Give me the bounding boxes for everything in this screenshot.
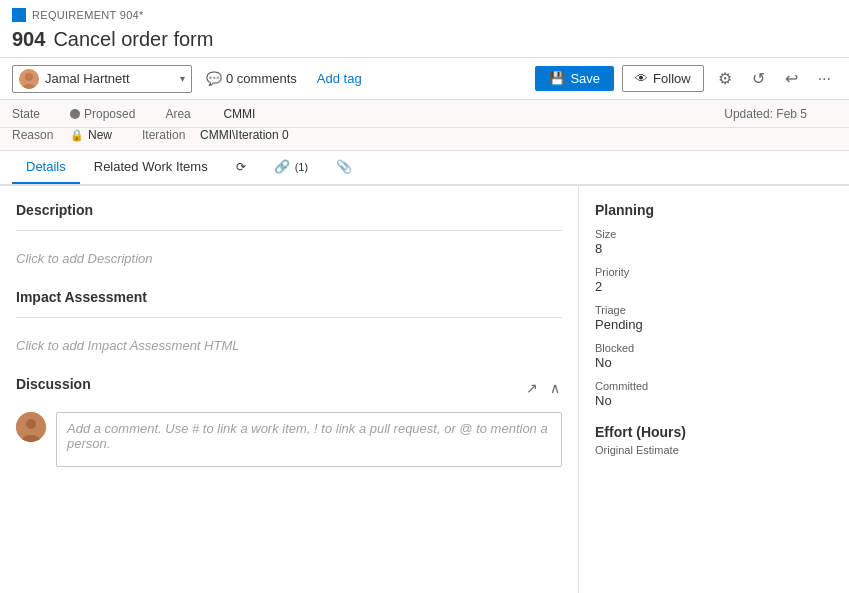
updated-text: Updated: Feb 5 xyxy=(724,107,807,121)
comment-icon: 💬 xyxy=(206,71,222,86)
toolbar: Jamal Hartnett ▾ 💬 0 comments Add tag 💾 … xyxy=(0,58,849,100)
iteration-value[interactable]: CMMI\Iteration 0 xyxy=(200,128,289,142)
follow-button[interactable]: 👁 Follow xyxy=(622,65,704,92)
priority-field: Priority 2 xyxy=(595,266,833,294)
area-value[interactable]: CMMI xyxy=(223,107,255,121)
collapse-discussion-button[interactable]: ∧ xyxy=(548,378,562,398)
tabs: Details Related Work Items ⟳ 🔗 (1) 📎 xyxy=(0,151,849,185)
impact-input[interactable]: Click to add Impact Assessment HTML xyxy=(16,330,562,361)
size-value[interactable]: 8 xyxy=(595,241,833,256)
committed-value[interactable]: No xyxy=(595,393,833,408)
work-item-id: 904 xyxy=(12,28,45,51)
blocked-field: Blocked No xyxy=(595,342,833,370)
state-label: State xyxy=(12,107,62,121)
save-icon: 💾 xyxy=(549,71,565,86)
work-item-title: Cancel order form xyxy=(53,28,213,51)
requirement-icon xyxy=(12,8,26,22)
save-button[interactable]: 💾 Save xyxy=(535,66,614,91)
triage-label: Triage xyxy=(595,304,833,316)
history-icon: ⟳ xyxy=(236,160,246,174)
priority-label: Priority xyxy=(595,266,833,278)
discussion-title: Discussion xyxy=(16,376,91,392)
tab-details[interactable]: Details xyxy=(12,151,80,184)
more-options-button[interactable]: ··· xyxy=(812,65,837,93)
reason-field: Reason 🔒 New xyxy=(12,128,112,142)
committed-label: Committed xyxy=(595,380,833,392)
size-label: Size xyxy=(595,228,833,240)
breadcrumb: REQUIREMENT 904* xyxy=(32,9,144,21)
comment-input-area: Add a comment. Use # to link a work item… xyxy=(16,412,562,467)
lock-icon: 🔒 xyxy=(70,129,84,142)
meta-bar-2: Reason 🔒 New Iteration CMMI\Iteration 0 xyxy=(0,128,849,151)
triage-value[interactable]: Pending xyxy=(595,317,833,332)
discussion-header: Discussion ↗ ∧ xyxy=(16,376,562,400)
title-row: 904 Cancel order form xyxy=(12,24,837,57)
impact-section: Impact Assessment Click to add Impact As… xyxy=(16,289,562,361)
tab-attachments[interactable]: 📎 xyxy=(322,151,366,184)
iteration-field: Iteration CMMI\Iteration 0 xyxy=(142,128,289,142)
right-panel: Planning Size 8 Priority 2 Triage Pendin… xyxy=(579,186,849,593)
discussion-actions: ↗ ∧ xyxy=(524,378,562,398)
expand-discussion-button[interactable]: ↗ xyxy=(524,378,540,398)
user-avatar xyxy=(16,412,46,442)
triage-field: Triage Pending xyxy=(595,304,833,332)
refresh-button[interactable]: ↺ xyxy=(746,64,771,93)
left-panel: Description Click to add Description Imp… xyxy=(0,186,579,593)
state-dot-icon xyxy=(70,109,80,119)
state-value[interactable]: Proposed xyxy=(70,107,135,121)
assignee-name: Jamal Hartnett xyxy=(45,71,174,86)
area-label: Area xyxy=(165,107,215,121)
top-bar: REQUIREMENT 904* 904 Cancel order form xyxy=(0,0,849,58)
avatar xyxy=(19,69,39,89)
blocked-label: Blocked xyxy=(595,342,833,354)
size-field: Size 8 xyxy=(595,228,833,256)
tab-history[interactable]: ⟳ xyxy=(222,151,260,184)
iteration-label: Iteration xyxy=(142,128,192,142)
link-icon: 🔗 xyxy=(274,159,290,174)
reason-value[interactable]: 🔒 New xyxy=(70,128,112,142)
svg-point-1 xyxy=(25,73,33,81)
comment-input[interactable]: Add a comment. Use # to link a work item… xyxy=(56,412,562,467)
discussion-section: Discussion ↗ ∧ Add a comment. Use # to l… xyxy=(16,376,562,467)
priority-value[interactable]: 2 xyxy=(595,279,833,294)
breadcrumb-row: REQUIREMENT 904* xyxy=(12,4,837,24)
content-area: Description Click to add Description Imp… xyxy=(0,186,849,593)
effort-title: Effort (Hours) xyxy=(595,424,833,440)
eye-icon: 👁 xyxy=(635,71,648,86)
add-tag-button[interactable]: Add tag xyxy=(311,68,368,89)
planning-title: Planning xyxy=(595,202,833,218)
comments-count: 0 comments xyxy=(226,71,297,86)
svg-point-4 xyxy=(26,419,36,429)
committed-field: Committed No xyxy=(595,380,833,408)
paperclip-icon: 📎 xyxy=(336,159,352,174)
settings-button[interactable]: ⚙ xyxy=(712,64,738,93)
state-field: State Proposed xyxy=(12,107,135,121)
undo-button[interactable]: ↩ xyxy=(779,64,804,93)
impact-title: Impact Assessment xyxy=(16,289,562,305)
comments-button[interactable]: 💬 0 comments xyxy=(200,68,303,89)
tabs-container: Details Related Work Items ⟳ 🔗 (1) 📎 xyxy=(0,151,849,186)
description-title: Description xyxy=(16,202,562,218)
description-section: Description Click to add Description xyxy=(16,202,562,274)
assignee-dropdown[interactable]: Jamal Hartnett ▾ xyxy=(12,65,192,93)
area-field: Area CMMI xyxy=(165,107,255,121)
chevron-down-icon: ▾ xyxy=(180,73,185,84)
meta-bar: State Proposed Area CMMI Updated: Feb 5 xyxy=(0,100,849,128)
blocked-value[interactable]: No xyxy=(595,355,833,370)
tab-links[interactable]: 🔗 (1) xyxy=(260,151,322,184)
original-estimate-label: Original Estimate xyxy=(595,444,833,456)
tab-related-work-items[interactable]: Related Work Items xyxy=(80,151,222,184)
reason-label: Reason xyxy=(12,128,62,142)
description-input[interactable]: Click to add Description xyxy=(16,243,562,274)
